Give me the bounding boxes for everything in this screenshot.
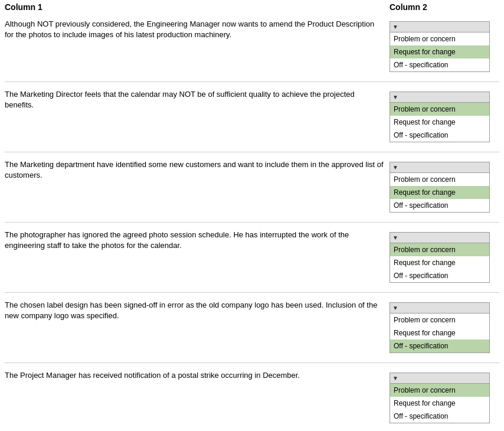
- row-text-3: The Marketing department have identified…: [5, 159, 390, 181]
- dropdown-option-6-1[interactable]: Problem or concern: [390, 384, 489, 397]
- dropdown-options-6: Problem or concernRequest for changeOff …: [390, 384, 489, 423]
- dropdown-option-5-1[interactable]: Problem or concern: [390, 314, 489, 326]
- dropdown-option-4-1[interactable]: Problem or concern: [390, 243, 489, 256]
- table-row-6: The Project Manager has received notific…: [5, 363, 499, 431]
- table-row-2: The Marketing Director feels that the ca…: [5, 81, 499, 152]
- row-selector-6: ▼Problem or concernRequest for changeOff…: [390, 370, 499, 426]
- row-text-5: The chosen label design has been signed-…: [5, 300, 390, 321]
- dropdown-option-1-3[interactable]: Off - specification: [390, 58, 489, 71]
- dropdown-arrow-1: ▼: [392, 24, 398, 30]
- row-text-4: The photographer has ignored the agreed …: [5, 230, 390, 251]
- dropdown-arrow-4: ▼: [392, 234, 398, 241]
- dropdown-options-1: Problem or concernRequest for changeOff …: [390, 32, 489, 71]
- dropdown-option-6-2[interactable]: Request for change: [390, 397, 489, 410]
- row-selector-2: ▼Problem or concernRequest for changeOff…: [390, 89, 499, 145]
- row-selector-5: ▼Problem or concernRequest for changeOff…: [390, 300, 499, 355]
- dropdown-box-2: ▼Problem or concernRequest for changeOff…: [390, 92, 490, 142]
- table-row-1: Although NOT previously considered, the …: [5, 12, 499, 81]
- dropdown-option-4-3[interactable]: Off - specification: [390, 269, 489, 282]
- dropdown-box-3: ▼Problem or concernRequest for changeOff…: [390, 162, 490, 213]
- row-selector-4: ▼Problem or concernRequest for changeOff…: [390, 230, 499, 285]
- dropdown-option-2-3[interactable]: Off - specification: [390, 129, 489, 142]
- dropdown-option-2-1[interactable]: Problem or concern: [390, 103, 489, 116]
- dropdown-box-4: ▼Problem or concernRequest for changeOff…: [390, 232, 490, 283]
- dropdown-option-2-2[interactable]: Request for change: [390, 116, 489, 129]
- dropdown-arrow-6: ▼: [392, 375, 398, 381]
- dropdown-arrow-5: ▼: [392, 305, 398, 311]
- dropdown-option-3-3[interactable]: Off - specification: [390, 199, 489, 212]
- dropdown-trigger-1[interactable]: ▼: [390, 22, 489, 32]
- rows-container: Although NOT previously considered, the …: [0, 12, 504, 431]
- dropdown-trigger-3[interactable]: ▼: [390, 162, 489, 173]
- row-text-2: The Marketing Director feels that the ca…: [5, 89, 390, 110]
- column2-header: Column 2: [390, 0, 427, 17]
- table-row-3: The Marketing department have identified…: [5, 152, 499, 222]
- row-selector-1: ▼Problem or concernRequest for changeOff…: [390, 19, 499, 74]
- dropdown-box-1: ▼Problem or concernRequest for changeOff…: [390, 21, 490, 72]
- row-text-6: The Project Manager has received notific…: [5, 370, 390, 381]
- dropdown-option-3-1[interactable]: Problem or concern: [390, 173, 489, 186]
- dropdown-trigger-6[interactable]: ▼: [390, 373, 489, 384]
- dropdown-options-4: Problem or concernRequest for changeOff …: [390, 243, 489, 282]
- row-text-1: Although NOT previously considered, the …: [5, 19, 390, 40]
- dropdown-options-5: Problem or concernRequest for changeOff …: [390, 314, 489, 352]
- dropdown-option-3-2[interactable]: Request for change: [390, 186, 489, 199]
- dropdown-trigger-5[interactable]: ▼: [390, 303, 489, 314]
- dropdown-option-5-3[interactable]: Off - specification: [390, 339, 489, 352]
- dropdown-option-6-3[interactable]: Off - specification: [390, 410, 489, 423]
- table-row-4: The photographer has ignored the agreed …: [5, 222, 499, 292]
- dropdown-box-5: ▼Problem or concernRequest for changeOff…: [390, 302, 490, 353]
- dropdown-options-3: Problem or concernRequest for changeOff …: [390, 173, 489, 212]
- row-selector-3: ▼Problem or concernRequest for changeOff…: [390, 159, 499, 215]
- dropdown-trigger-2[interactable]: ▼: [390, 92, 489, 103]
- dropdown-options-2: Problem or concernRequest for changeOff …: [390, 103, 489, 142]
- table-row-5: The chosen label design has been signed-…: [5, 292, 499, 363]
- dropdown-box-6: ▼Problem or concernRequest for changeOff…: [390, 373, 490, 423]
- column1-header: Column 1: [5, 0, 42, 17]
- dropdown-option-5-2[interactable]: Request for change: [390, 326, 489, 339]
- dropdown-arrow-2: ▼: [392, 94, 398, 100]
- dropdown-arrow-3: ▼: [392, 164, 398, 171]
- dropdown-trigger-4[interactable]: ▼: [390, 233, 489, 243]
- dropdown-option-4-2[interactable]: Request for change: [390, 256, 489, 269]
- dropdown-option-1-2[interactable]: Request for change: [390, 45, 489, 58]
- dropdown-option-1-1[interactable]: Problem or concern: [390, 32, 489, 45]
